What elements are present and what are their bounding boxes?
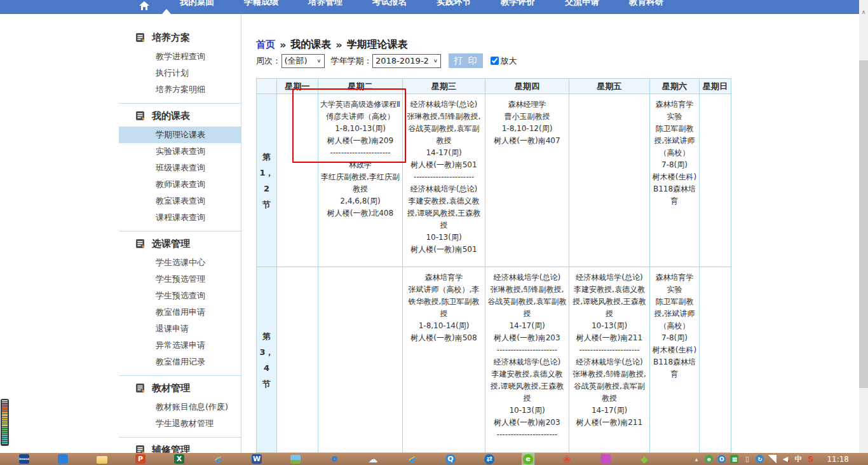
course-entry: 林政学李红庆副教授,李红庆副教授2,4,6,8(周)树人楼(一教)北408	[320, 159, 400, 219]
zoom-checkbox[interactable]	[491, 57, 499, 65]
teamviewer-icon-slot[interactable]: ⇄	[483, 453, 496, 465]
lenovo-icon-slot[interactable]: lenovo	[18, 453, 31, 465]
pink-app-icon[interactable]	[600, 454, 611, 464]
q-browser-icon-slot[interactable]: Q	[444, 453, 457, 465]
nav-item[interactable]: 学籍成绩	[244, 0, 278, 8]
week-select[interactable]: (全部) ∨	[281, 54, 325, 68]
sidebar-item[interactable]: 学生退教材管理	[119, 415, 241, 432]
folder-icon-slot[interactable]	[95, 453, 108, 465]
sidebar-item[interactable]: 学生选课中心	[119, 254, 241, 271]
nav-item[interactable]: 交流申请	[565, 0, 599, 8]
tray-browser-icon[interactable]: e	[705, 455, 713, 463]
course-name: 森林经理学	[487, 99, 567, 111]
course-name: 林政学	[320, 159, 400, 171]
print-button[interactable]: 打 印	[449, 53, 483, 68]
sidebar-item[interactable]: 课程课表查询	[119, 209, 241, 226]
sidebar-item[interactable]: 实验课表查询	[119, 143, 241, 160]
sidebar-item[interactable]: 教学进程查询	[119, 48, 241, 65]
tray-sync-icon[interactable]: ↻	[756, 455, 764, 463]
blue-ring-browser-icon[interactable]	[332, 456, 337, 462]
tray-usb-device-icon[interactable]: ▯	[743, 455, 751, 463]
course-name: 森林培育学实验	[652, 272, 697, 296]
sidebar-item[interactable]: 退课申请	[119, 321, 241, 337]
pink-app-icon-slot[interactable]	[599, 453, 612, 465]
sidebar-item[interactable]: 异常选课申请	[119, 337, 241, 354]
cloud-app-icon[interactable]: ☁	[369, 454, 378, 464]
q-browser-icon[interactable]: Q	[445, 454, 456, 464]
nav-item[interactable]: 我的桌面	[180, 0, 214, 8]
nav-item[interactable]: 培养管理	[308, 0, 342, 8]
cloud-app-icon-slot[interactable]: ☁	[367, 453, 379, 465]
course-name: 森林培育学	[405, 272, 483, 284]
timetable-cell: 经济林栽培学(总论)李建安教授,袁德义教授,谭晓风教授,王森教授10-13(周)…	[569, 267, 650, 453]
sidebar-section-title: 培养方案	[135, 31, 241, 45]
teamviewer-icon[interactable]: ⇄	[484, 454, 494, 464]
word-icon[interactable]: W	[252, 454, 262, 464]
breadcrumb-home-link[interactable]: 首页	[256, 39, 275, 51]
course-weeks: 1-8,10-12(周)	[487, 123, 567, 135]
ie-icon[interactable]: e	[215, 454, 222, 464]
folder-icon[interactable]	[97, 456, 107, 464]
ie-icon-2[interactable]: e	[409, 454, 416, 464]
tray-volume-icon[interactable]: ◀	[781, 455, 789, 463]
red-flower-app-icon-slot[interactable]: ❀	[560, 453, 573, 465]
blue-ring-browser-icon-slot[interactable]	[328, 453, 341, 465]
home-icon[interactable]	[139, 1, 150, 11]
timetable-cell	[318, 267, 403, 453]
ime-indicator[interactable]: 中	[794, 455, 802, 463]
course-entry: 森林培育学张斌讲师（高校）,李铁华教授,陈卫军副教授1-8,10-14(周)树人…	[405, 272, 483, 344]
scrollbar-thumb[interactable]	[859, 60, 868, 388]
wireless-display-app-icon-slot[interactable]	[57, 453, 69, 465]
course-weeks: 7-8(周)	[652, 159, 697, 171]
term-select[interactable]: 2018-2019-2 ∨	[372, 54, 441, 68]
clock[interactable]: 11:18	[827, 455, 849, 464]
course-entry: 森林培育学实验陈卫军副教授,张斌讲师（高校）7-8(周)树木楼(生科)B118森…	[652, 99, 697, 207]
green-gem-app-icon-slot[interactable]: ◆	[638, 453, 651, 465]
excel-icon[interactable]: X	[174, 454, 184, 464]
zoom-checkbox-label: 放大	[500, 55, 517, 67]
nav-item[interactable]: 实践环节	[437, 0, 471, 8]
powerpoint-icon[interactable]: P	[135, 454, 146, 464]
breadcrumb: 首页 » 我的课表 » 学期理论课表	[256, 38, 408, 52]
excel-icon-slot[interactable]: X	[173, 453, 186, 465]
browser-360-icon-slot[interactable]: e	[522, 453, 534, 465]
nav-item[interactable]: 教学评价	[501, 0, 535, 8]
tray-network-signal-icon[interactable]	[768, 455, 776, 463]
sidebar-item[interactable]: 教材账目信息(作废)	[119, 399, 241, 415]
sidebar-item[interactable]: 教室借用申请	[119, 304, 241, 321]
word-icon-slot[interactable]: W	[250, 453, 263, 465]
sidebar-item[interactable]: 培养方案明细	[119, 81, 241, 98]
course-weeks: 14-17(周)	[487, 320, 567, 332]
lenovo-icon[interactable]: lenovo	[19, 454, 29, 464]
ie-icon-slot[interactable]: e	[212, 453, 224, 465]
browser-360-icon[interactable]: e	[523, 454, 533, 464]
photos-icon-slot[interactable]	[289, 453, 302, 465]
sidebar-item[interactable]: 学生预选管理	[119, 271, 241, 288]
sidebar-item[interactable]: 教室课表查询	[119, 193, 241, 209]
tray-o-app-icon[interactable]: O	[717, 455, 726, 463]
sidebar-item[interactable]: 学期理论课表	[119, 127, 241, 143]
scrollbar-up-arrow[interactable]: ∧	[859, 9, 868, 15]
notebook-icon	[135, 383, 146, 393]
breadcrumb-separator: »	[280, 39, 286, 51]
powerpoint-icon-slot[interactable]: P	[134, 453, 147, 465]
photos-icon[interactable]	[290, 455, 301, 464]
notebook-icon	[135, 111, 146, 121]
tray-green-app-icon[interactable]: ▦	[730, 455, 738, 463]
sidebar-item[interactable]: 教师课表查询	[119, 176, 241, 193]
main-content: 首页 » 我的课表 » 学期理论课表 周次 : (全部) ∨ 学年学期 : 20…	[241, 14, 859, 453]
sidebar-item[interactable]: 学生预选查询	[119, 288, 241, 304]
tray-expand-icon[interactable]: ▴	[692, 455, 700, 463]
sogou-icon[interactable]: S	[806, 455, 815, 463]
nav-item[interactable]: 考试报名	[372, 0, 407, 8]
nav-item[interactable]: 教育科研	[629, 0, 663, 8]
sidebar-section-title: 教材管理	[135, 381, 241, 395]
course-entry: 森林经理学曹小玉副教授1-8,10-12(周)树人楼(一教)南407	[487, 99, 567, 147]
sidebar-item[interactable]: 执行计划	[119, 65, 241, 81]
ie-icon-2-slot[interactable]: e	[405, 453, 418, 465]
green-gem-app-icon[interactable]: ◆	[641, 454, 648, 464]
red-flower-app-icon[interactable]: ❀	[563, 454, 571, 464]
sidebar-item[interactable]: 教室借用记录	[119, 354, 241, 370]
wireless-display-app-icon[interactable]	[58, 454, 68, 464]
sidebar-item[interactable]: 班级课表查询	[119, 160, 241, 176]
